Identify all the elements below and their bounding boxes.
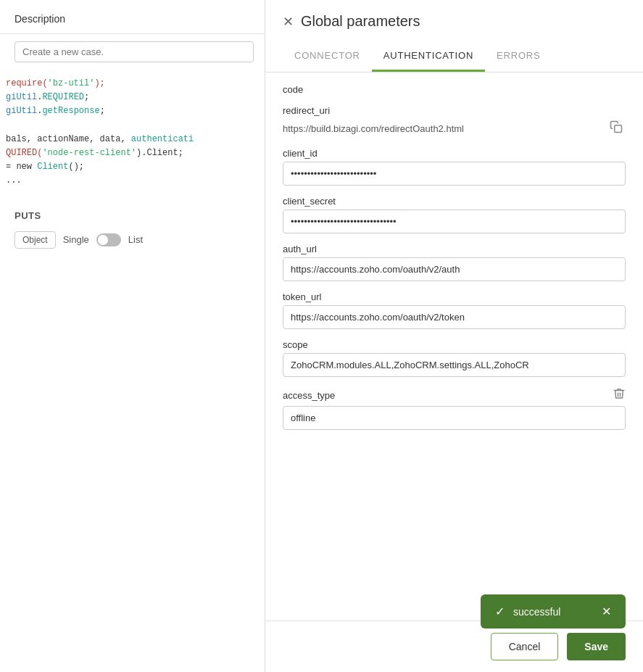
code-line: = new Client(); <box>6 160 268 174</box>
outputs-label: PUTS <box>0 196 268 225</box>
modal-title: Global parameters <box>301 13 420 30</box>
code-var: giUtil <box>6 92 37 102</box>
auth-url-label: auth_url <box>283 244 626 254</box>
client-secret-input[interactable] <box>283 210 626 233</box>
search-input[interactable] <box>14 41 254 62</box>
code-line: QUIRED('node-rest-client').Client; <box>6 146 268 160</box>
code-string: 'bz-util' <box>48 78 95 88</box>
scope-input[interactable] <box>283 353 626 377</box>
toast-close-button[interactable]: ✕ <box>602 605 611 618</box>
code-text: bals, actionName, data, <box>6 134 131 144</box>
toggle-switch[interactable] <box>96 233 121 246</box>
access-type-input[interactable] <box>283 406 626 430</box>
type-badge: Object <box>14 231 56 249</box>
success-toast: ✓ successful ✕ <box>481 594 626 629</box>
code-semi: ; <box>84 92 89 102</box>
code-keyword: QUIRED( <box>6 148 42 158</box>
code-semi: ; <box>100 106 105 116</box>
copy-icon[interactable] <box>607 119 626 138</box>
auth-url-input[interactable] <box>283 257 626 281</box>
save-button[interactable]: Save <box>567 633 626 660</box>
tab-connector[interactable]: CONNECTOR <box>283 41 372 72</box>
trash-icon[interactable] <box>613 387 626 403</box>
code-prop: REQUIRED <box>42 92 84 102</box>
code-prop: authenticati <box>131 134 194 144</box>
code-var: giUtil <box>6 106 37 116</box>
code-panel: Description require('bz-util'); giUtil.R… <box>0 0 268 672</box>
toggle-list-label: List <box>128 234 143 245</box>
outputs-row: Object Single List <box>0 225 268 254</box>
tab-authentication[interactable]: AUTHENTICATION <box>372 41 485 72</box>
code-text: = new <box>6 162 37 172</box>
code-content: require('bz-util'); giUtil.REQUIRED; giU… <box>0 70 268 196</box>
code-prop: getResponse <box>42 106 99 116</box>
toast-message: successful <box>513 606 560 618</box>
modal-header: ✕ Global parameters <box>265 0 643 30</box>
code-paren: (); <box>68 162 84 172</box>
modal-tabs: CONNECTOR AUTHENTICATION ERRORS <box>265 41 643 72</box>
code-line: giUtil.REQUIRED; <box>6 91 268 104</box>
code-keyword: require( <box>6 78 48 88</box>
global-parameters-panel: ✕ Global parameters CONNECTOR AUTHENTICA… <box>265 0 643 672</box>
code-text: ).Client; <box>136 148 183 158</box>
client-id-input[interactable] <box>283 162 626 186</box>
code-label: code <box>283 84 626 95</box>
code-line: require('bz-util'); <box>6 77 268 91</box>
redirect-uri-value: https://build.bizagi.com/redirectOauth2.… <box>283 123 601 134</box>
code-line: giUtil.getResponse; <box>6 104 268 118</box>
redirect-uri-row: https://build.bizagi.com/redirectOauth2.… <box>283 119 626 138</box>
token-url-input[interactable] <box>283 305 626 329</box>
code-text: ... <box>6 175 22 186</box>
cancel-button[interactable]: Cancel <box>491 633 559 660</box>
code-string: 'node-rest-client' <box>42 148 136 158</box>
tab-errors[interactable]: ERRORS <box>485 41 552 72</box>
code-line: bals, actionName, data, authenticati <box>6 133 268 146</box>
modal-footer: ✓ successful ✕ Cancel Save <box>265 621 643 672</box>
svg-rect-0 <box>615 125 622 133</box>
modal-close-icon[interactable]: ✕ <box>283 15 294 28</box>
code-line: ... <box>6 174 268 188</box>
code-class: Client <box>37 162 68 172</box>
toast-check-icon: ✓ <box>495 605 505 618</box>
code-line <box>6 119 268 133</box>
client-secret-label: client_secret <box>283 196 626 207</box>
scope-label: scope <box>283 339 626 350</box>
toggle-single-label: Single <box>63 234 89 245</box>
client-id-label: client_id <box>283 148 626 159</box>
modal-body: code redirect_uri https://build.bizagi.c… <box>265 72 643 621</box>
code-punc: ); <box>94 78 104 88</box>
description-header: Description <box>0 0 268 34</box>
token-url-label: token_url <box>283 291 626 302</box>
redirect-uri-label: redirect_uri <box>283 105 626 116</box>
access-type-label: access_type <box>283 387 626 403</box>
